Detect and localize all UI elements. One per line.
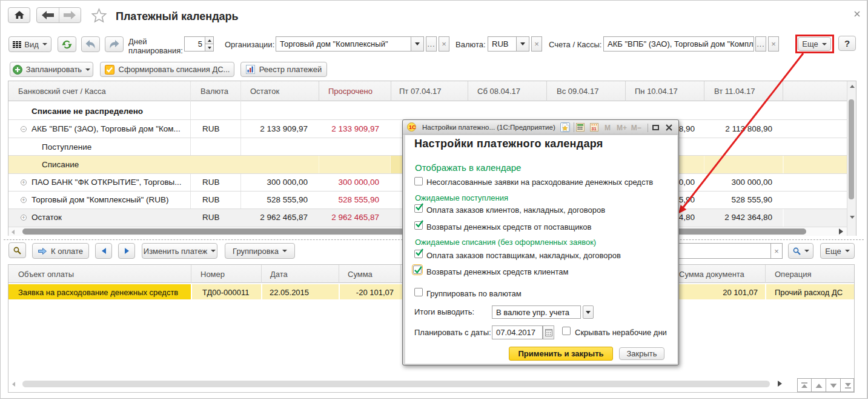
svg-text:1С: 1С	[409, 124, 416, 130]
svg-text:31: 31	[591, 126, 596, 132]
